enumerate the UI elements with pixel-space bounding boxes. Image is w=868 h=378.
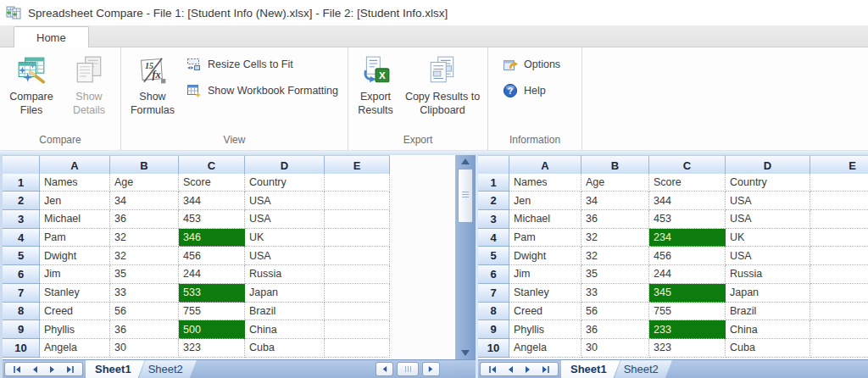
cell-E7[interactable] xyxy=(325,284,390,303)
cell-E5[interactable] xyxy=(810,247,868,265)
cell-B10[interactable]: 30 xyxy=(110,339,179,358)
options-button[interactable]: Options xyxy=(503,57,560,72)
cell-C7[interactable]: 345 xyxy=(649,284,726,303)
cell-E1[interactable] xyxy=(325,174,390,192)
cell-E6[interactable] xyxy=(325,265,390,284)
sheet-tab-sheet2[interactable]: Sheet2 xyxy=(139,360,197,378)
cell-E1[interactable] xyxy=(810,174,868,192)
row-header-1[interactable]: 1 xyxy=(3,174,40,192)
cell-E8[interactable] xyxy=(810,303,868,321)
first-sheet-icon[interactable] xyxy=(488,365,497,374)
cell-B9[interactable]: 36 xyxy=(581,320,649,339)
row-header-9[interactable]: 9 xyxy=(478,320,509,339)
cell-B5[interactable]: 32 xyxy=(110,247,179,265)
cell-B1[interactable]: Age xyxy=(581,174,649,192)
cell-A3[interactable]: Michael xyxy=(40,210,110,229)
cell-A1[interactable]: Names xyxy=(40,174,110,192)
column-header-A[interactable]: A xyxy=(40,155,110,175)
cell-B4[interactable]: 32 xyxy=(110,229,179,247)
cell-E10[interactable] xyxy=(325,339,390,358)
last-sheet-icon[interactable] xyxy=(66,365,75,374)
next-sheet-icon[interactable] xyxy=(48,365,57,374)
cell-D3[interactable]: USA xyxy=(726,210,810,229)
cell-C10[interactable]: 323 xyxy=(649,339,726,358)
cell-E3[interactable] xyxy=(810,210,868,229)
cell-A7[interactable]: Stanley xyxy=(40,284,110,303)
cell-C3[interactable]: 453 xyxy=(649,210,726,229)
cell-C2[interactable]: 344 xyxy=(179,192,245,210)
cell-B3[interactable]: 36 xyxy=(581,210,649,229)
column-header-C[interactable]: C xyxy=(649,155,726,175)
cell-D2[interactable]: USA xyxy=(245,192,325,210)
select-all-corner[interactable] xyxy=(3,155,40,175)
cell-B4[interactable]: 32 xyxy=(581,229,649,247)
cell-E7[interactable] xyxy=(810,284,868,303)
cell-D1[interactable]: Country xyxy=(245,174,325,192)
cell-D8[interactable]: Brazil xyxy=(726,303,810,321)
cell-D3[interactable]: USA xyxy=(245,210,325,229)
cell-E6[interactable] xyxy=(810,265,868,284)
export-results-button[interactable]: X Export Results xyxy=(351,52,400,118)
column-header-B[interactable]: B xyxy=(581,155,649,175)
column-header-E[interactable]: E xyxy=(810,155,868,175)
cell-B2[interactable]: 34 xyxy=(581,192,649,210)
row-header-10[interactable]: 10 xyxy=(3,339,40,358)
cell-B2[interactable]: 34 xyxy=(110,192,179,210)
column-header-A[interactable]: A xyxy=(509,155,581,175)
row-header-7[interactable]: 7 xyxy=(3,284,40,303)
cell-D6[interactable]: Russia xyxy=(726,265,810,284)
cell-A10[interactable]: Angela xyxy=(509,339,581,358)
hscroll-right-button[interactable] xyxy=(422,362,440,376)
cell-C4[interactable]: 234 xyxy=(649,229,726,247)
cell-C5[interactable]: 456 xyxy=(649,247,726,265)
cell-C7[interactable]: 533 xyxy=(179,284,245,303)
cell-E9[interactable] xyxy=(325,320,390,339)
cell-A8[interactable]: Creed xyxy=(40,303,110,321)
cell-C8[interactable]: 755 xyxy=(179,303,245,321)
cell-E3[interactable] xyxy=(325,210,390,229)
row-header-5[interactable]: 5 xyxy=(478,247,509,265)
cell-C2[interactable]: 344 xyxy=(649,192,726,210)
cell-C9[interactable]: 233 xyxy=(649,320,726,339)
row-header-6[interactable]: 6 xyxy=(478,265,509,284)
cell-D2[interactable]: USA xyxy=(726,192,810,210)
row-header-3[interactable]: 3 xyxy=(3,210,40,229)
column-header-C[interactable]: C xyxy=(179,155,245,175)
cell-D10[interactable]: Cuba xyxy=(245,339,325,358)
cell-A10[interactable]: Angela xyxy=(40,339,110,358)
cell-E8[interactable] xyxy=(325,303,390,321)
row-header-6[interactable]: 6 xyxy=(3,265,40,284)
cell-E10[interactable] xyxy=(810,339,868,358)
sheet-tab-sheet1[interactable]: Sheet1 xyxy=(86,360,145,378)
cell-A5[interactable]: Dwight xyxy=(40,247,110,265)
row-header-4[interactable]: 4 xyxy=(478,229,509,247)
cell-D8[interactable]: Brazil xyxy=(245,303,325,321)
cell-A6[interactable]: Jim xyxy=(40,265,110,284)
resize-cells-button[interactable]: Resize Cells to Fit xyxy=(186,57,338,72)
row-header-2[interactable]: 2 xyxy=(478,192,509,210)
cell-C5[interactable]: 456 xyxy=(179,247,245,265)
column-header-E[interactable]: E xyxy=(325,155,390,175)
cell-C9[interactable]: 500 xyxy=(179,320,245,339)
row-header-1[interactable]: 1 xyxy=(478,174,509,192)
next-sheet-icon[interactable] xyxy=(524,365,532,374)
scroll-down-icon[interactable] xyxy=(461,350,470,356)
cell-B3[interactable]: 36 xyxy=(110,210,179,229)
cell-D10[interactable]: Cuba xyxy=(726,339,810,358)
cell-D1[interactable]: Country xyxy=(726,174,810,192)
cell-D9[interactable]: China xyxy=(245,320,325,339)
cell-E9[interactable] xyxy=(810,320,868,339)
show-formulas-button[interactable]: 15 fx Show Formulas xyxy=(124,52,181,118)
row-header-3[interactable]: 3 xyxy=(478,210,509,229)
cell-A8[interactable]: Creed xyxy=(509,303,581,321)
hscroll-thumb[interactable] xyxy=(397,362,419,376)
copy-results-button[interactable]: Copy Results to Clipboard xyxy=(400,52,485,118)
cell-A7[interactable]: Stanley xyxy=(509,284,581,303)
cell-A3[interactable]: Michael xyxy=(509,210,581,229)
cell-C10[interactable]: 323 xyxy=(179,339,245,358)
cell-A2[interactable]: Jen xyxy=(40,192,110,210)
row-header-9[interactable]: 9 xyxy=(3,320,40,339)
row-header-8[interactable]: 8 xyxy=(3,303,40,321)
cell-E4[interactable] xyxy=(325,229,390,247)
row-header-5[interactable]: 5 xyxy=(3,247,40,265)
